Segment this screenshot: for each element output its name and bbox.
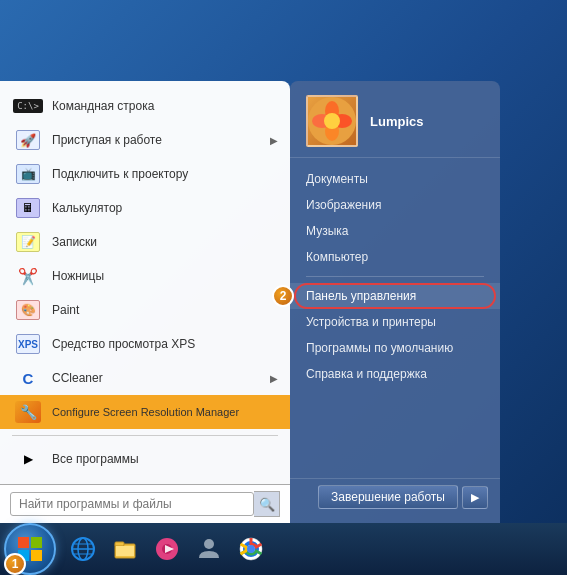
svg-point-21 (204, 539, 214, 549)
menu-item-cmd[interactable]: C:\> Командная строка (0, 89, 290, 123)
menu-item-paint-label: Paint (52, 303, 278, 317)
user-name: Lumpics (370, 114, 423, 129)
shutdown-row: Завершение работы ▶ (290, 478, 500, 515)
menu-item-notes[interactable]: 📝 Записки (0, 225, 290, 259)
menu-items-list: C:\> Командная строка 🚀 Приступая к рабо… (0, 81, 290, 484)
menu-item-calc[interactable]: 🖩 Калькулятор (0, 191, 290, 225)
menu-item-paint[interactable]: 🎨 Paint (0, 293, 290, 327)
start-menu-left: C:\> Командная строка 🚀 Приступая к рабо… (0, 81, 290, 523)
svg-rect-6 (18, 537, 29, 548)
cmd-icon: C:\> (12, 94, 44, 118)
svg-point-5 (324, 113, 340, 129)
right-item-images[interactable]: Изображения (290, 192, 500, 218)
right-item-defaults-label: Программы по умолчанию (306, 341, 453, 355)
menu-item-xps[interactable]: XPS Средство просмотра XPS (0, 327, 290, 361)
user-icon[interactable] (190, 530, 228, 568)
svg-rect-16 (115, 542, 124, 546)
menu-item-all-programs[interactable]: ▶ Все программы (0, 442, 290, 476)
menu-item-scissors[interactable]: ✂️ Ножницы (0, 259, 290, 293)
menu-separator (12, 435, 278, 436)
shutdown-button[interactable]: Завершение работы (318, 485, 458, 509)
right-item-images-label: Изображения (306, 198, 381, 212)
right-separator (306, 276, 484, 277)
paint-icon: 🎨 (12, 298, 44, 322)
calc-icon: 🖩 (12, 196, 44, 220)
menu-item-cmd-label: Командная строка (52, 99, 278, 113)
right-item-devices[interactable]: Устройства и принтеры (290, 309, 500, 335)
xps-icon: XPS (12, 332, 44, 356)
work-arrow: ▶ (270, 135, 278, 146)
right-item-computer-label: Компьютер (306, 250, 368, 264)
badge-1: 1 (4, 553, 26, 575)
menu-item-scissors-label: Ножницы (52, 269, 278, 283)
menu-item-work-label: Приступая к работе (52, 133, 270, 147)
menu-item-notes-label: Записки (52, 235, 278, 249)
taskbar-icons (64, 530, 270, 568)
menu-item-config-label: Configure Screen Resolution Manager (52, 406, 278, 418)
right-item-docs[interactable]: Документы (290, 166, 500, 192)
menu-item-all-programs-label: Все программы (52, 452, 278, 466)
menu-item-work[interactable]: 🚀 Приступая к работе ▶ (0, 123, 290, 157)
right-item-docs-label: Документы (306, 172, 368, 186)
ccleaner-icon: C (12, 366, 44, 390)
svg-point-24 (247, 545, 255, 553)
menu-item-config[interactable]: 🔧 Configure Screen Resolution Manager (0, 395, 290, 429)
menu-item-calc-label: Калькулятор (52, 201, 278, 215)
search-button[interactable]: 🔍 (254, 491, 280, 517)
right-item-help-label: Справка и поддержка (306, 367, 427, 381)
work-icon: 🚀 (12, 128, 44, 152)
user-section: Lumpics (290, 81, 500, 158)
taskbar: 1 (0, 523, 567, 575)
notes-icon: 📝 (12, 230, 44, 254)
ccleaner-arrow: ▶ (270, 373, 278, 384)
chrome-icon[interactable] (232, 530, 270, 568)
svg-rect-7 (31, 537, 42, 548)
menu-item-xps-label: Средство просмотра XPS (52, 337, 278, 351)
menu-item-connect-label: Подключить к проектору (52, 167, 278, 181)
badge-2: 2 (272, 285, 294, 307)
right-item-control-label: Панель управления (306, 289, 416, 303)
start-menu: C:\> Командная строка 🚀 Приступая к рабо… (0, 81, 500, 523)
right-item-computer[interactable]: Компьютер (290, 244, 500, 270)
config-icon: 🔧 (12, 400, 44, 424)
media-player-icon[interactable] (148, 530, 186, 568)
right-item-music-label: Музыка (306, 224, 348, 238)
menu-item-connect[interactable]: 📺 Подключить к проектору (0, 157, 290, 191)
connect-icon: 📺 (12, 162, 44, 186)
right-menu-items: Документы Изображения Музыка Компьютер 2… (290, 162, 500, 478)
search-bar: 🔍 (0, 484, 290, 523)
svg-rect-9 (31, 550, 42, 561)
shutdown-arrow-button[interactable]: ▶ (462, 486, 488, 509)
explorer-icon[interactable] (106, 530, 144, 568)
all-programs-icon: ▶ (12, 447, 44, 471)
search-input[interactable] (10, 492, 254, 516)
ie-icon[interactable] (64, 530, 102, 568)
start-button[interactable]: 1 (4, 523, 56, 575)
menu-item-ccleaner[interactable]: C CCleaner ▶ (0, 361, 290, 395)
right-item-defaults[interactable]: Программы по умолчанию (290, 335, 500, 361)
avatar (306, 95, 358, 147)
right-item-music[interactable]: Музыка (290, 218, 500, 244)
svg-rect-17 (116, 546, 134, 556)
right-item-help[interactable]: Справка и поддержка (290, 361, 500, 387)
scissors-icon: ✂️ (12, 264, 44, 288)
start-menu-right: Lumpics Документы Изображения Музыка Ком… (290, 81, 500, 523)
menu-item-ccleaner-label: CCleaner (52, 371, 270, 385)
right-item-control[interactable]: 2 Панель управления (290, 283, 500, 309)
right-item-devices-label: Устройства и принтеры (306, 315, 436, 329)
